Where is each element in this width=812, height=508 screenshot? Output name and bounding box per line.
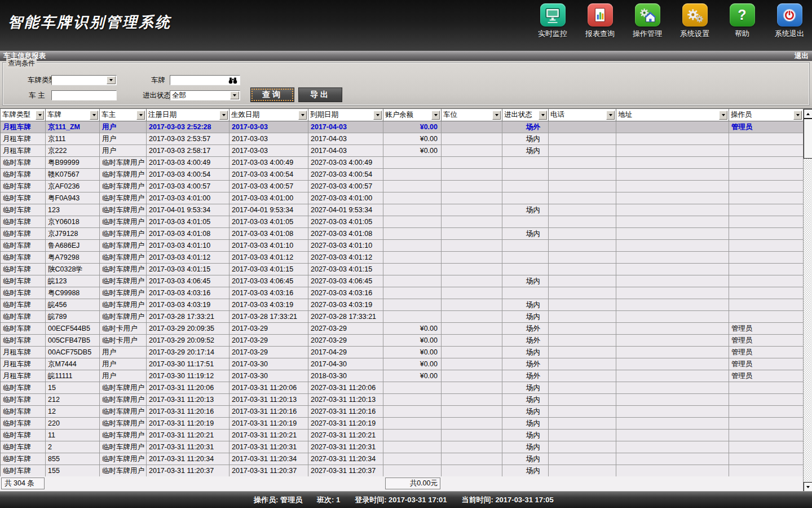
table-row[interactable]: 临时车牌粤A79298临时车牌用户2017-03-03 4:01:122017-… bbox=[1, 252, 804, 264]
table-cell: 2027-03-03 4:03:19 bbox=[308, 299, 383, 311]
table-cell: 2027-03-03 4:01:10 bbox=[308, 240, 383, 252]
table-cell bbox=[442, 465, 502, 477]
table-row[interactable]: 临时车牌皖789临时车牌用户2017-03-28 17:33:212017-03… bbox=[1, 311, 804, 323]
table-cell bbox=[729, 192, 804, 204]
table-row[interactable]: 临时车牌12临时车牌用户2017-03-31 11:20:162017-03-3… bbox=[1, 406, 804, 418]
table-row[interactable]: 临时车牌212临时车牌用户2017-03-31 11:20:132017-03-… bbox=[1, 394, 804, 406]
table-cell bbox=[616, 430, 729, 441]
table-row[interactable]: 临时车牌鲁A686EJ临时车牌用户2017-03-03 4:01:102017-… bbox=[1, 240, 804, 252]
header-cell-label: 到期日期 bbox=[310, 110, 338, 120]
column-filter-button[interactable] bbox=[793, 111, 802, 120]
table-row[interactable]: 月租车牌00ACF75DB5用户2017-03-29 20:17:142017-… bbox=[1, 347, 804, 358]
table-cell: 临时车牌 bbox=[1, 430, 46, 441]
table-cell: 场外 bbox=[502, 358, 549, 370]
table-cell bbox=[616, 311, 729, 323]
table-cell: 京222 bbox=[46, 145, 100, 157]
table-row[interactable]: 临时车牌11临时车牌用户2017-03-31 11:20:212017-03-3… bbox=[1, 430, 804, 441]
table-cell: 临时车牌 bbox=[1, 264, 46, 275]
table-cell: 2027-03-31 11:20:19 bbox=[308, 418, 383, 430]
column-filter-button[interactable] bbox=[36, 111, 44, 120]
table-row[interactable]: 临时车牌粤C99988临时车牌用户2017-03-03 4:03:162017-… bbox=[1, 287, 804, 299]
column-filter-button[interactable] bbox=[136, 111, 145, 120]
column-filter-button[interactable] bbox=[539, 111, 547, 120]
scroll-down-button[interactable] bbox=[804, 482, 812, 492]
table-row[interactable]: 月租车牌京111_ZM用户2017-03-03 2:52:282017-03-0… bbox=[1, 121, 804, 133]
toolbar-item-system-exit[interactable]: 系统退出 bbox=[768, 3, 811, 39]
toolbar-item-operation-manage[interactable]: 操作管理 bbox=[626, 3, 669, 39]
dropdown-button[interactable] bbox=[107, 76, 116, 84]
column-filter-button[interactable] bbox=[606, 111, 615, 120]
report-icon bbox=[588, 3, 613, 27]
column-filter-button[interactable] bbox=[90, 111, 98, 120]
toolbar-item-system-settings[interactable]: 系统设置 bbox=[673, 3, 716, 39]
table-row[interactable]: 临时车牌赣K07567临时车牌用户2017-03-03 4:00:542017-… bbox=[1, 169, 804, 181]
table-cell: 2027-03-03 4:01:12 bbox=[308, 252, 383, 264]
record-count-box: 共 304 条 bbox=[1, 478, 45, 489]
exit-link[interactable]: 退出 bbox=[795, 51, 809, 61]
table-cell: 2017-03-03 4:00:57 bbox=[230, 181, 308, 192]
table-row[interactable]: 临时车牌皖123临时车牌用户2017-03-03 4:06:452017-03-… bbox=[1, 275, 804, 287]
table-row[interactable]: 临时车牌2临时车牌用户2017-03-31 11:20:312017-03-31… bbox=[1, 441, 804, 453]
table-row[interactable]: 月租车牌京111用户2017-03-03 2:53:572017-03-0320… bbox=[1, 133, 804, 145]
table-cell: 管理员 bbox=[729, 347, 804, 358]
table-cell: 2017-03-03 4:01:00 bbox=[147, 192, 230, 204]
table-cell: 场内 bbox=[502, 465, 549, 477]
table-cell: 2017-03-31 11:20:21 bbox=[230, 430, 308, 441]
toolbar-item-realtime-monitor[interactable]: 实时监控 bbox=[531, 3, 574, 39]
column-filter-button[interactable] bbox=[719, 111, 727, 120]
table-row[interactable]: 临时车牌220临时车牌用户2017-03-31 11:20:192017-03-… bbox=[1, 418, 804, 430]
table-cell: 用户 bbox=[100, 370, 147, 382]
table-row[interactable]: 临时车牌粤F0A943临时车牌用户2017-03-03 4:01:002017-… bbox=[1, 192, 804, 204]
scrollbar-thumb[interactable] bbox=[804, 119, 812, 159]
table-cell: 临时车牌用户 bbox=[100, 406, 147, 418]
table-row[interactable]: 临时车牌123临时车牌用户2017-04-01 9:53:342017-04-0… bbox=[1, 204, 804, 216]
table-cell bbox=[549, 406, 616, 418]
header-cell: 账户余额 bbox=[383, 109, 442, 121]
table-cell: 2017-04-03 bbox=[308, 133, 383, 145]
toolbar-item-label: 系统设置 bbox=[680, 29, 709, 39]
dropdown-button[interactable] bbox=[230, 91, 239, 99]
table-cell bbox=[442, 145, 502, 157]
table-cell: 2018-03-30 bbox=[308, 370, 383, 382]
table-row[interactable]: 临时车牌15临时车牌用户2017-03-31 11:20:062017-03-3… bbox=[1, 382, 804, 394]
table-cell: 临时车牌 bbox=[1, 204, 46, 216]
table-cell: 赣K07567 bbox=[46, 169, 100, 181]
table-row[interactable]: 临时车牌京J79128临时车牌用户2017-03-03 4:01:082017-… bbox=[1, 228, 804, 240]
table-cell bbox=[383, 394, 442, 406]
column-filter-button[interactable] bbox=[492, 111, 501, 120]
table-cell: 临时车牌用户 bbox=[100, 181, 147, 192]
table-cell: 京M7444 bbox=[46, 358, 100, 370]
status-shift: 班次: 1 bbox=[317, 495, 340, 505]
table-row[interactable]: 月租车牌皖11111用户2017-03-30 11:19:122017-03-3… bbox=[1, 370, 804, 382]
table-row[interactable]: 临时车牌京Y06018临时车牌用户2017-03-03 4:01:052017-… bbox=[1, 216, 804, 228]
table-row[interactable]: 临时车牌京AF0236临时车牌用户2017-03-03 4:00:572017-… bbox=[1, 181, 804, 192]
table-row[interactable]: 临时车牌855临时车牌用户2017-03-31 11:20:342017-03-… bbox=[1, 453, 804, 465]
column-filter-button[interactable] bbox=[431, 111, 440, 120]
table-row[interactable]: 月租车牌京M7444用户2017-03-30 11:17:512017-03-3… bbox=[1, 358, 804, 370]
table-row[interactable]: 临时车牌皖456临时车牌用户2017-03-03 4:03:192017-03-… bbox=[1, 299, 804, 311]
column-filter-button[interactable] bbox=[219, 111, 228, 120]
toolbar-item-help[interactable]: ? 帮助 bbox=[721, 3, 764, 39]
table-cell bbox=[729, 133, 804, 145]
table-cell bbox=[383, 311, 442, 323]
scroll-up-button[interactable] bbox=[804, 109, 812, 119]
toolbar-item-report-query[interactable]: 报表查询 bbox=[579, 3, 621, 39]
owner-input[interactable] bbox=[51, 90, 117, 100]
column-filter-button[interactable] bbox=[373, 111, 382, 120]
table-cell bbox=[383, 441, 442, 453]
plate-type-select[interactable] bbox=[51, 75, 117, 85]
table-row[interactable]: 临时车牌155临时车牌用户2017-03-31 11:20:372017-03-… bbox=[1, 465, 804, 477]
vertical-scrollbar[interactable] bbox=[803, 109, 812, 492]
table-row[interactable]: 临时车牌00ECF544B5临时卡用户2017-03-29 20:09:3520… bbox=[1, 323, 804, 335]
table-row[interactable]: 临时车牌005CFB47B5临时卡用户2017-03-29 20:09:5220… bbox=[1, 335, 804, 347]
export-button[interactable]: 导出 bbox=[298, 87, 342, 102]
inout-status-select[interactable]: 全部 bbox=[170, 90, 240, 100]
table-cell: 2 bbox=[46, 441, 100, 453]
column-filter-button[interactable] bbox=[298, 111, 307, 120]
table-row[interactable]: 临时车牌陕C0328学临时车牌用户2017-03-03 4:01:152017-… bbox=[1, 264, 804, 275]
table-row[interactable]: 临时车牌粤B99999临时车牌用户2017-03-03 4:00:492017-… bbox=[1, 157, 804, 169]
plate-input[interactable] bbox=[170, 75, 240, 85]
query-button[interactable]: 查询 bbox=[250, 87, 294, 102]
table-row[interactable]: 月租车牌京222用户2017-03-03 2:58:172017-03-0320… bbox=[1, 145, 804, 157]
table-cell bbox=[442, 192, 502, 204]
